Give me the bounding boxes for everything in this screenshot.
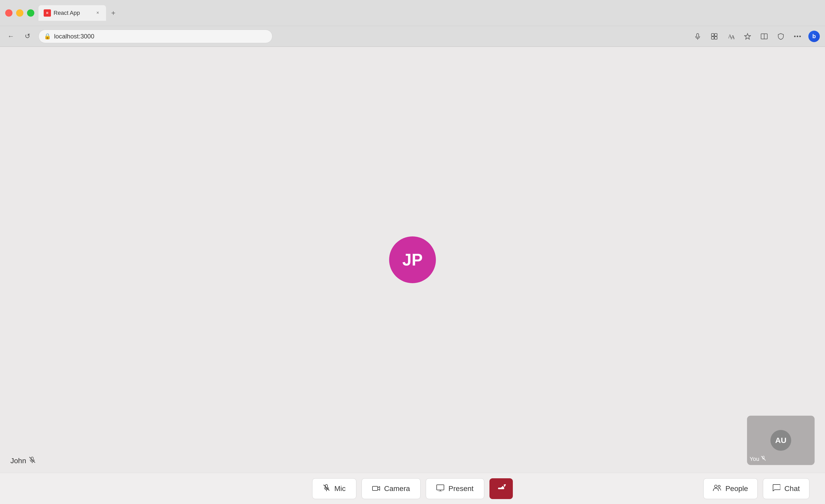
chat-icon [772, 484, 780, 493]
tab-bar: R React App × + [39, 5, 820, 21]
new-tab-button[interactable]: + [108, 8, 119, 18]
end-call-button[interactable] [490, 478, 513, 499]
camera-icon [372, 484, 380, 493]
mic-button[interactable]: Mic [312, 478, 356, 499]
present-button[interactable]: Present [426, 478, 484, 499]
reader-icon[interactable]: A A [725, 31, 737, 42]
self-initials: AU [775, 436, 786, 445]
url-bar-row: ← ↺ 🔒 localhost:3000 A A [0, 26, 825, 47]
svg-rect-24 [498, 488, 504, 489]
mic-label: Mic [334, 485, 346, 493]
close-window-button[interactable] [5, 9, 12, 17]
chat-button[interactable]: Chat [763, 478, 809, 499]
bing-button[interactable]: b [808, 31, 820, 42]
participant-name-text: John [10, 457, 26, 465]
back-button[interactable]: ← [5, 31, 17, 42]
svg-point-14 [799, 35, 801, 37]
svg-text:R: R [46, 11, 48, 14]
tab-close-button[interactable]: × [95, 10, 101, 16]
camera-label: Camera [384, 485, 410, 493]
svg-point-12 [794, 35, 796, 37]
browser-tab-bar: R React App × + [0, 0, 825, 26]
svg-point-25 [715, 485, 717, 488]
maximize-window-button[interactable] [27, 9, 34, 17]
minimize-window-button[interactable] [16, 9, 23, 17]
present-label: Present [448, 485, 473, 493]
self-view-thumbnail: AU You [747, 416, 815, 465]
browser-actions: A A b [692, 31, 820, 42]
svg-rect-5 [711, 36, 714, 39]
favorites-icon[interactable] [742, 31, 753, 42]
mic-browser-icon[interactable] [692, 31, 703, 42]
split-view-icon[interactable] [758, 31, 770, 42]
toolbar-right: People Chat [703, 478, 809, 499]
svg-rect-6 [715, 36, 717, 39]
svg-rect-4 [715, 33, 717, 36]
svg-line-17 [761, 456, 766, 460]
video-area: JP John AU You [0, 47, 825, 473]
chat-label: Chat [784, 485, 800, 493]
more-options-button[interactable] [792, 31, 803, 42]
people-icon [713, 484, 721, 493]
present-icon [436, 484, 444, 493]
secure-icon: 🔒 [44, 33, 51, 40]
main-participant-initials: JP [402, 250, 423, 269]
svg-point-26 [718, 485, 720, 487]
url-bar[interactable]: 🔒 localhost:3000 [39, 29, 273, 43]
url-text: localhost:3000 [54, 33, 94, 40]
active-tab[interactable]: R React App × [39, 5, 106, 21]
svg-text:A: A [731, 34, 734, 40]
self-label: You [750, 456, 766, 463]
tab-title: React App [54, 10, 92, 16]
refresh-button[interactable]: ↺ [22, 31, 33, 42]
shield-icon[interactable] [775, 31, 786, 42]
traffic-lights [5, 9, 34, 17]
mic-icon [323, 484, 330, 493]
svg-rect-20 [372, 486, 378, 491]
people-label: People [726, 485, 748, 493]
svg-point-13 [797, 35, 798, 37]
self-muted-icon [761, 456, 766, 463]
end-call-icon [496, 484, 506, 494]
participant-muted-icon [29, 456, 35, 465]
camera-button[interactable]: Camera [362, 478, 421, 499]
svg-rect-21 [437, 485, 444, 490]
participant-name-label: John [10, 456, 35, 465]
bottom-toolbar: Mic Camera Present [0, 473, 825, 504]
svg-marker-9 [744, 33, 751, 39]
svg-rect-3 [711, 33, 714, 36]
self-name-text: You [750, 456, 759, 463]
tab-favicon: R [44, 9, 51, 17]
self-avatar: AU [770, 430, 791, 451]
grid-icon[interactable] [708, 31, 720, 42]
people-button[interactable]: People [703, 478, 758, 499]
main-participant-avatar: JP [389, 236, 436, 283]
toolbar-center: Mic Camera Present [312, 478, 513, 499]
